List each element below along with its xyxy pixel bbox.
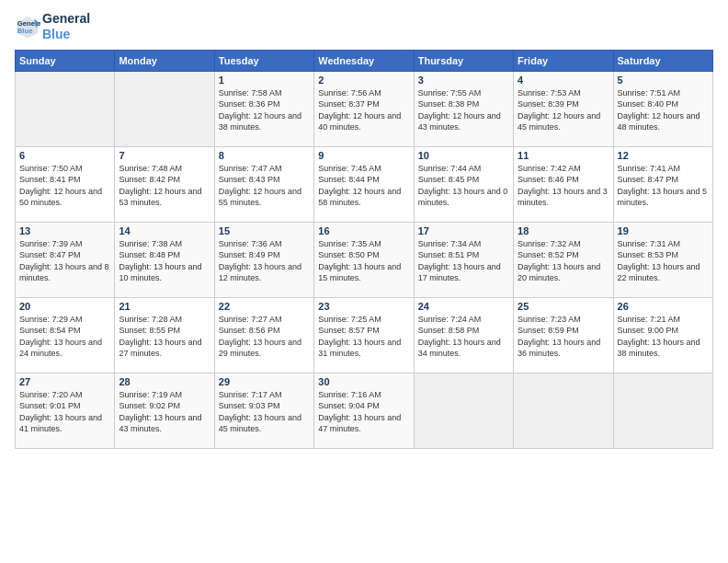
weekday-header-sunday: Sunday — [16, 50, 115, 71]
calendar-cell: 20Sunrise: 7:29 AMSunset: 8:54 PMDayligh… — [16, 297, 115, 373]
calendar-cell: 13Sunrise: 7:39 AMSunset: 8:47 PMDayligh… — [16, 222, 115, 297]
calendar-cell — [613, 373, 712, 448]
day-number: 1 — [219, 75, 310, 86]
calendar-cell: 22Sunrise: 7:27 AMSunset: 8:56 PMDayligh… — [214, 297, 313, 373]
day-info: Sunrise: 7:29 AMSunset: 8:54 PMDaylight:… — [19, 314, 110, 360]
day-info: Sunrise: 7:41 AMSunset: 8:47 PMDaylight:… — [618, 163, 709, 209]
calendar-cell: 10Sunrise: 7:44 AMSunset: 8:45 PMDayligh… — [414, 146, 513, 222]
calendar-cell — [16, 71, 115, 146]
day-info: Sunrise: 7:36 AMSunset: 8:49 PMDaylight:… — [219, 238, 310, 284]
day-number: 16 — [318, 225, 409, 236]
day-info: Sunrise: 7:35 AMSunset: 8:50 PMDaylight:… — [318, 238, 409, 284]
day-number: 15 — [219, 225, 310, 236]
weekday-header-tuesday: Tuesday — [214, 50, 313, 71]
logo-icon: General Blue — [15, 14, 40, 40]
day-info: Sunrise: 7:25 AMSunset: 8:57 PMDaylight:… — [318, 314, 409, 360]
day-info: Sunrise: 7:17 AMSunset: 9:03 PMDaylight:… — [219, 389, 310, 435]
calendar-cell: 14Sunrise: 7:38 AMSunset: 8:48 PMDayligh… — [115, 222, 214, 297]
day-info: Sunrise: 7:31 AMSunset: 8:53 PMDaylight:… — [618, 238, 709, 284]
calendar-cell: 24Sunrise: 7:24 AMSunset: 8:58 PMDayligh… — [414, 297, 513, 373]
calendar-week-row: 1Sunrise: 7:58 AMSunset: 8:36 PMDaylight… — [16, 71, 713, 146]
calendar-week-row: 20Sunrise: 7:29 AMSunset: 8:54 PMDayligh… — [16, 297, 713, 373]
day-number: 19 — [618, 225, 709, 236]
calendar-cell — [514, 373, 613, 448]
day-info: Sunrise: 7:32 AMSunset: 8:52 PMDaylight:… — [518, 238, 609, 284]
weekday-header-thursday: Thursday — [414, 50, 513, 71]
calendar-cell: 25Sunrise: 7:23 AMSunset: 8:59 PMDayligh… — [514, 297, 613, 373]
day-number: 12 — [618, 150, 709, 161]
calendar-cell: 21Sunrise: 7:28 AMSunset: 8:55 PMDayligh… — [115, 297, 214, 373]
weekday-header-row: SundayMondayTuesdayWednesdayThursdayFrid… — [16, 50, 713, 71]
calendar-cell: 16Sunrise: 7:35 AMSunset: 8:50 PMDayligh… — [314, 222, 414, 297]
weekday-header-wednesday: Wednesday — [314, 50, 414, 71]
day-info: Sunrise: 7:20 AMSunset: 9:01 PMDaylight:… — [19, 389, 110, 435]
weekday-header-friday: Friday — [514, 50, 613, 71]
calendar-cell: 23Sunrise: 7:25 AMSunset: 8:57 PMDayligh… — [314, 297, 414, 373]
calendar-cell — [414, 373, 513, 448]
day-number: 25 — [518, 301, 609, 312]
calendar-cell: 29Sunrise: 7:17 AMSunset: 9:03 PMDayligh… — [214, 373, 313, 448]
calendar-cell: 18Sunrise: 7:32 AMSunset: 8:52 PMDayligh… — [514, 222, 613, 297]
calendar-table: SundayMondayTuesdayWednesdayThursdayFrid… — [15, 50, 713, 449]
day-info: Sunrise: 7:28 AMSunset: 8:55 PMDaylight:… — [119, 314, 210, 360]
calendar-cell: 19Sunrise: 7:31 AMSunset: 8:53 PMDayligh… — [613, 222, 712, 297]
day-info: Sunrise: 7:47 AMSunset: 8:43 PMDaylight:… — [219, 163, 310, 209]
day-number: 11 — [518, 150, 609, 161]
day-number: 3 — [418, 75, 509, 86]
day-number: 6 — [19, 150, 110, 161]
day-number: 29 — [219, 376, 310, 387]
day-number: 17 — [418, 225, 509, 236]
calendar-cell: 9Sunrise: 7:45 AMSunset: 8:44 PMDaylight… — [314, 146, 414, 222]
day-number: 5 — [618, 75, 709, 86]
day-number: 21 — [119, 301, 210, 312]
calendar-cell: 26Sunrise: 7:21 AMSunset: 9:00 PMDayligh… — [613, 297, 712, 373]
day-info: Sunrise: 7:27 AMSunset: 8:56 PMDaylight:… — [219, 314, 310, 360]
weekday-header-saturday: Saturday — [613, 50, 712, 71]
calendar-cell: 2Sunrise: 7:56 AMSunset: 8:37 PMDaylight… — [314, 71, 414, 146]
calendar-week-row: 27Sunrise: 7:20 AMSunset: 9:01 PMDayligh… — [16, 373, 713, 448]
day-number: 18 — [518, 225, 609, 236]
calendar-cell: 30Sunrise: 7:16 AMSunset: 9:04 PMDayligh… — [314, 373, 414, 448]
calendar-cell: 7Sunrise: 7:48 AMSunset: 8:42 PMDaylight… — [115, 146, 214, 222]
day-info: Sunrise: 7:51 AMSunset: 8:40 PMDaylight:… — [618, 87, 709, 133]
header: General Blue General Blue — [15, 11, 713, 42]
day-info: Sunrise: 7:48 AMSunset: 8:42 PMDaylight:… — [119, 163, 210, 209]
day-number: 4 — [518, 75, 609, 86]
calendar-cell: 27Sunrise: 7:20 AMSunset: 9:01 PMDayligh… — [16, 373, 115, 448]
day-number: 10 — [418, 150, 509, 161]
weekday-header-monday: Monday — [115, 50, 214, 71]
calendar-cell: 12Sunrise: 7:41 AMSunset: 8:47 PMDayligh… — [613, 146, 712, 222]
calendar-cell: 8Sunrise: 7:47 AMSunset: 8:43 PMDaylight… — [214, 146, 313, 222]
calendar-cell: 28Sunrise: 7:19 AMSunset: 9:02 PMDayligh… — [115, 373, 214, 448]
day-info: Sunrise: 7:24 AMSunset: 8:58 PMDaylight:… — [418, 314, 509, 360]
day-number: 23 — [318, 301, 409, 312]
day-number: 8 — [219, 150, 310, 161]
calendar-cell: 1Sunrise: 7:58 AMSunset: 8:36 PMDaylight… — [214, 71, 313, 146]
day-number: 14 — [119, 225, 210, 236]
calendar-week-row: 6Sunrise: 7:50 AMSunset: 8:41 PMDaylight… — [16, 146, 713, 222]
day-info: Sunrise: 7:42 AMSunset: 8:46 PMDaylight:… — [518, 163, 609, 209]
day-number: 13 — [19, 225, 110, 236]
day-info: Sunrise: 7:53 AMSunset: 8:39 PMDaylight:… — [518, 87, 609, 133]
day-number: 22 — [219, 301, 310, 312]
day-number: 28 — [119, 376, 210, 387]
logo: General Blue General Blue — [15, 11, 90, 42]
calendar-week-row: 13Sunrise: 7:39 AMSunset: 8:47 PMDayligh… — [16, 222, 713, 297]
day-number: 27 — [19, 376, 110, 387]
day-number: 2 — [318, 75, 409, 86]
calendar-cell: 6Sunrise: 7:50 AMSunset: 8:41 PMDaylight… — [16, 146, 115, 222]
day-number: 24 — [418, 301, 509, 312]
day-info: Sunrise: 7:23 AMSunset: 8:59 PMDaylight:… — [518, 314, 609, 360]
calendar-cell: 17Sunrise: 7:34 AMSunset: 8:51 PMDayligh… — [414, 222, 513, 297]
calendar-page: General Blue General Blue SundayMondayTu… — [0, 0, 728, 563]
day-info: Sunrise: 7:21 AMSunset: 9:00 PMDaylight:… — [618, 314, 709, 360]
day-info: Sunrise: 7:44 AMSunset: 8:45 PMDaylight:… — [418, 163, 509, 209]
day-info: Sunrise: 7:45 AMSunset: 8:44 PMDaylight:… — [318, 163, 409, 209]
calendar-cell: 3Sunrise: 7:55 AMSunset: 8:38 PMDaylight… — [414, 71, 513, 146]
day-number: 9 — [318, 150, 409, 161]
day-number: 7 — [119, 150, 210, 161]
day-info: Sunrise: 7:55 AMSunset: 8:38 PMDaylight:… — [418, 87, 509, 133]
calendar-cell: 15Sunrise: 7:36 AMSunset: 8:49 PMDayligh… — [214, 222, 313, 297]
day-info: Sunrise: 7:38 AMSunset: 8:48 PMDaylight:… — [119, 238, 210, 284]
day-info: Sunrise: 7:19 AMSunset: 9:02 PMDaylight:… — [119, 389, 210, 435]
